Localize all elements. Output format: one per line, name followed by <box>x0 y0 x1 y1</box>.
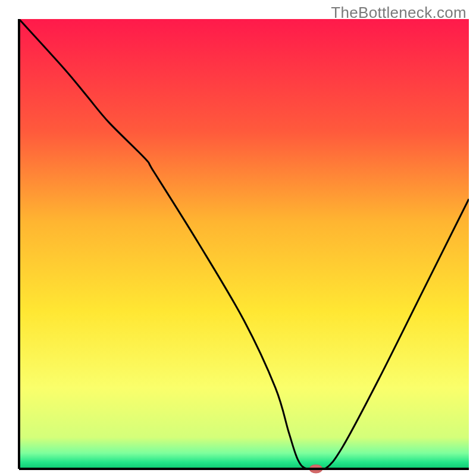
chart-background-gradient <box>19 19 469 469</box>
bottleneck-chart <box>0 0 476 476</box>
watermark-text: TheBottleneck.com <box>331 4 466 22</box>
